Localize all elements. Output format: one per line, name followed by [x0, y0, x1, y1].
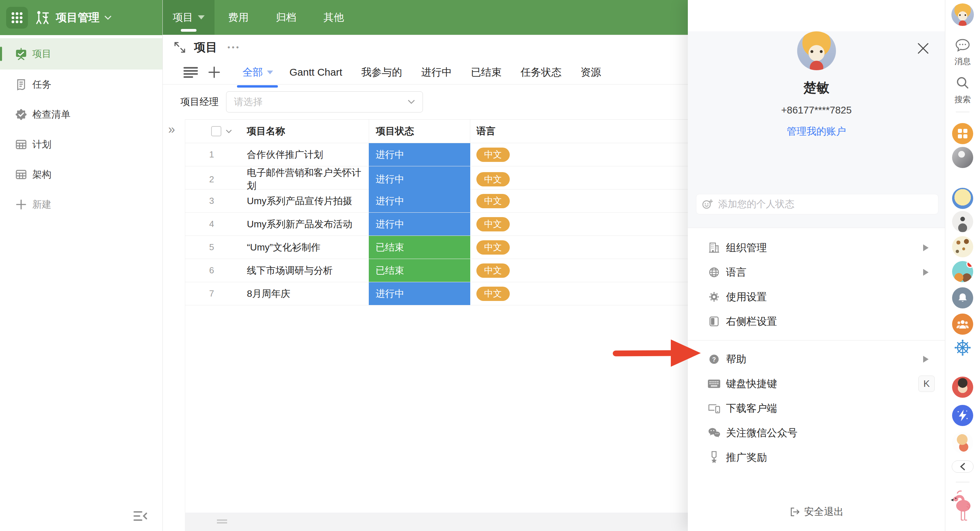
expand-diagonal-icon[interactable] [173, 41, 186, 54]
boy-avatar[interactable] [952, 376, 973, 398]
app-launcher-button[interactable] [6, 7, 28, 29]
gear-icon [708, 290, 721, 303]
column-header-name[interactable]: 项目名称 [239, 120, 369, 143]
close-icon[interactable] [916, 41, 930, 55]
column-header-language[interactable]: 语言 [470, 120, 688, 143]
current-user-avatar[interactable] [951, 3, 974, 26]
avatar[interactable] [797, 31, 836, 70]
view-tab-gantt[interactable]: Gantt Chart [290, 67, 342, 78]
search-button[interactable] [956, 76, 970, 90]
module-tabbar: 项目 费用 归档 其他 [163, 0, 688, 35]
row-number: 5 [185, 236, 239, 259]
status-text-input[interactable] [718, 199, 938, 210]
scrollbar-handle[interactable] [217, 520, 227, 523]
expand-columns-button[interactable]: » [168, 123, 175, 136]
project-status: 已结束 [369, 259, 470, 282]
menu-item-right-sidebar-settings[interactable]: 右侧栏设置 [688, 309, 945, 334]
project-manager-select[interactable] [226, 91, 423, 112]
select-input[interactable] [234, 96, 407, 107]
logout-button[interactable]: 安全退出 [688, 505, 945, 519]
highfive-avatar[interactable] [952, 261, 973, 282]
left-sidebar: 项目管理 项目 任务 检查清单 [0, 0, 163, 531]
table-row[interactable]: 6 线下市场调研与分析 已结束 中文 [185, 259, 688, 282]
project-name: 合作伙伴推广计划 [239, 143, 369, 166]
menu-item-referral-rewards[interactable]: 推广奖励 [688, 445, 945, 470]
lightning-avatar[interactable] [952, 405, 973, 426]
view-list-icon[interactable] [183, 67, 198, 78]
menu-item-language[interactable]: 语言 [688, 260, 945, 285]
language-badge: 中文 [476, 194, 510, 208]
collapse-sidebar-button[interactable] [133, 510, 148, 522]
sidebar-item-checklist[interactable]: 检查清单 [0, 99, 162, 129]
apps-grid-icon[interactable] [952, 123, 973, 144]
menu-item-preferences[interactable]: 使用设置 [688, 285, 945, 309]
messages-button[interactable] [955, 38, 970, 53]
add-view-button[interactable] [208, 66, 221, 79]
sidebar-item-new[interactable]: 新建 [0, 190, 162, 220]
chat-bubble-icon [955, 38, 970, 53]
manage-account-link[interactable]: 管理我的账户 [787, 125, 846, 139]
logout-icon [789, 507, 800, 517]
table-icon [15, 168, 27, 181]
bell-icon [957, 292, 968, 303]
menu-item-help[interactable]: ? 帮助 [688, 347, 945, 372]
table-row[interactable]: 3 Umy系列产品宣传片拍摄 进行中 中文 [185, 190, 688, 213]
personal-status-input[interactable] [696, 194, 939, 214]
table-row[interactable]: 1 合作伙伴推广计划 进行中 中文 [185, 143, 688, 166]
bell-avatar[interactable] [952, 287, 973, 308]
caret-down-icon [198, 15, 205, 19]
wheel-avatar[interactable] [952, 337, 973, 358]
project-name: 8月周年庆 [239, 282, 369, 305]
module-tab-other[interactable]: 其他 [310, 0, 358, 35]
view-tab-participated[interactable]: 我参与的 [361, 65, 402, 80]
view-tab-all[interactable]: 全部 [242, 65, 273, 80]
presentation-icon [15, 48, 27, 60]
flamingo-avatar[interactable] [950, 490, 975, 523]
module-tab-label: 其他 [323, 11, 344, 24]
sidebar-item-architecture[interactable]: 架构 [0, 159, 162, 190]
sidebar-item-label: 架构 [32, 168, 51, 181]
select-all-checkbox[interactable] [211, 126, 221, 136]
menu-item-download-client[interactable]: 下载客户端 [688, 396, 945, 421]
people-icon [956, 319, 969, 329]
team-avatar[interactable] [952, 314, 973, 335]
menu-item-label: 帮助 [726, 352, 746, 367]
table-row[interactable]: 4 Umy系列新产品发布活动 进行中 中文 [185, 213, 688, 236]
table-row[interactable]: 5 “Umy”文化衫制作 已结束 中文 [185, 236, 688, 259]
table-row[interactable]: 7 8月周年庆 进行中 中文 [185, 282, 688, 305]
sticker-avatar[interactable] [952, 432, 973, 453]
fallout-avatar[interactable] [952, 188, 973, 209]
more-menu-button[interactable]: ••• [228, 43, 240, 52]
flamingo-icon [950, 490, 975, 523]
calligraphy-avatar[interactable] [952, 236, 973, 257]
collapse-rail-button[interactable] [952, 461, 974, 473]
module-tab-archive[interactable]: 归档 [262, 0, 310, 35]
view-tab-inprogress[interactable]: 进行中 [421, 65, 452, 80]
apple-avatar[interactable] [952, 147, 973, 168]
sidebar-item-plan[interactable]: 计划 [0, 129, 162, 159]
menu-item-label: 键盘快捷键 [726, 377, 777, 391]
module-tab-label: 费用 [228, 11, 248, 24]
horizontal-scrollbar[interactable] [185, 513, 688, 531]
medal-icon [708, 451, 721, 464]
module-tab-expense[interactable]: 费用 [215, 0, 262, 35]
view-tab-finished[interactable]: 已结束 [471, 65, 501, 80]
chevron-down-icon[interactable] [104, 15, 112, 20]
messages-label: 消息 [955, 56, 971, 67]
workspace-title[interactable]: 项目管理 [56, 10, 99, 25]
chevron-down-icon[interactable] [226, 129, 232, 133]
menu-item-wechat-official[interactable]: 关注微信公众号 [688, 421, 945, 445]
menu-item-organization[interactable]: 组织管理 [688, 236, 945, 260]
table-row[interactable]: 2 电子邮件营销和客户关怀计划 进行中 中文 [185, 166, 688, 190]
module-tab-projects[interactable]: 项目 [163, 0, 215, 35]
project-name: Umy系列产品宣传片拍摄 [239, 190, 369, 212]
view-tab-task-status[interactable]: 任务状态 [521, 65, 562, 80]
sidebar-item-tasks[interactable]: 任务 [0, 70, 162, 99]
menu-item-keyboard-shortcuts[interactable]: 键盘快捷键 K [688, 372, 945, 396]
column-header-status[interactable]: 项目状态 [369, 120, 470, 143]
view-tab-resources[interactable]: 资源 [581, 65, 601, 80]
sketch-avatar[interactable] [952, 211, 973, 232]
toolbar-divider [163, 84, 688, 85]
shortcut-key-badge: K [918, 376, 935, 392]
sidebar-item-projects[interactable]: 项目 [0, 38, 162, 70]
